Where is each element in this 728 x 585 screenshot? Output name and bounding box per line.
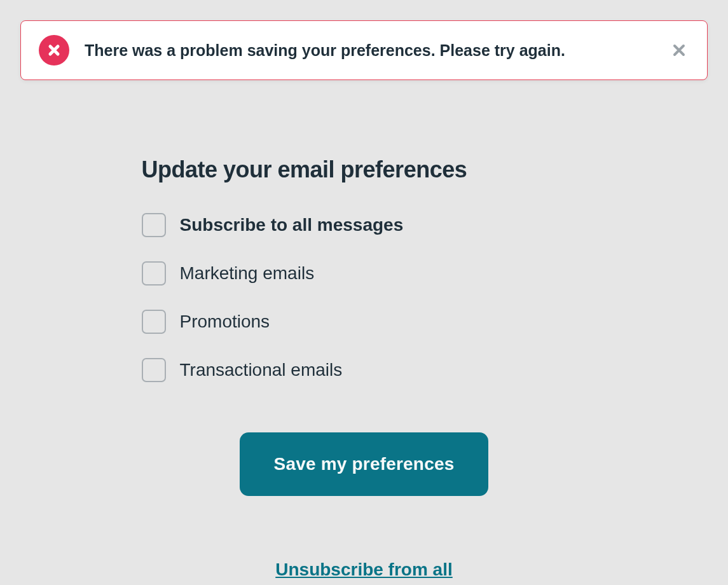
option-label: Transactional emails (180, 359, 343, 381)
checkbox[interactable] (142, 358, 166, 382)
checkbox[interactable] (142, 213, 166, 237)
actions: Save my preferences Unsubscribe from all (142, 432, 587, 580)
close-icon (671, 43, 687, 58)
checkbox[interactable] (142, 310, 166, 334)
unsubscribe-all-link[interactable]: Unsubscribe from all (275, 560, 453, 580)
checkbox[interactable] (142, 261, 166, 286)
option-label: Subscribe to all messages (180, 214, 404, 236)
page-title: Update your email preferences (142, 156, 587, 183)
option-label: Marketing emails (180, 263, 315, 284)
alert-close-button[interactable] (669, 40, 689, 60)
error-alert: There was a problem saving your preferen… (20, 20, 708, 80)
alert-message: There was a problem saving your preferen… (85, 40, 654, 61)
save-button[interactable]: Save my preferences (240, 432, 489, 496)
option-transactional[interactable]: Transactional emails (142, 346, 587, 394)
option-marketing[interactable]: Marketing emails (142, 249, 587, 298)
option-subscribe-all[interactable]: Subscribe to all messages (142, 201, 587, 249)
option-label: Promotions (180, 311, 270, 333)
option-promotions[interactable]: Promotions (142, 298, 587, 346)
error-circle-icon (39, 35, 69, 65)
preferences-panel: Update your email preferences Subscribe … (142, 156, 587, 580)
